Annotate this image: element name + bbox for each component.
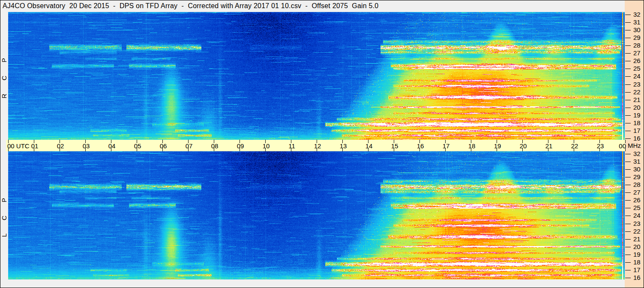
hour-label: 06: [159, 142, 168, 150]
freq-tick: [625, 255, 631, 255]
freq-tick: [625, 123, 631, 123]
freq-tick: [625, 224, 631, 224]
hour-label: 10: [261, 142, 271, 150]
freq-tick: [625, 22, 631, 23]
freq-label: 19: [633, 251, 641, 258]
freq-label: 22: [633, 88, 641, 96]
hour-label: 15: [390, 142, 399, 150]
hour-label: 03: [81, 142, 91, 150]
freq-tick: [625, 69, 631, 69]
spectrogram-lcp: [8, 151, 625, 279]
freq-label: 19: [633, 111, 641, 119]
freq-label: 31: [633, 18, 641, 26]
freq-tick: [625, 185, 631, 185]
freq-tick: [625, 138, 631, 139]
freq-label: 32: [633, 11, 641, 18]
hour-label: 00 UTC: [7, 142, 30, 150]
freq-label: 20: [633, 243, 641, 250]
freq-tick: [625, 76, 631, 77]
hour-label: 01: [30, 142, 39, 150]
freq-tick: [625, 15, 631, 15]
hour-label: 05: [133, 142, 142, 150]
title-bar: AJ4CO Observatory 20 Dec 2015 - DPS on T…: [0, 0, 625, 12]
hour-label: 04: [107, 142, 117, 150]
freq-label: 28: [633, 42, 641, 49]
freq-unit-label: MHz: [628, 142, 641, 149]
spectrogram-window: AJ4CO Observatory 20 Dec 2015 - DPS on T…: [0, 0, 644, 288]
freq-label: 26: [633, 196, 641, 204]
freq-tick: [625, 108, 631, 108]
freq-tick: [625, 84, 631, 85]
freq-tick: [625, 92, 631, 93]
hour-label: 23: [596, 142, 605, 150]
hour-label: 08: [210, 142, 219, 150]
hour-label: 21: [544, 142, 554, 150]
freq-label: 27: [633, 189, 641, 196]
freq-tick: [625, 231, 631, 232]
freq-tick: [625, 162, 631, 162]
freq-tick: [625, 208, 631, 208]
freq-label: 30: [633, 26, 641, 33]
freq-label: 25: [633, 204, 641, 211]
hour-label: 22: [570, 142, 579, 150]
freq-tick: [625, 177, 631, 177]
hour-label: 20: [518, 142, 528, 150]
page-title: AJ4CO Observatory 20 Dec 2015 - DPS on T…: [3, 2, 378, 10]
freq-label: 24: [633, 72, 641, 80]
freq-label: 31: [633, 158, 641, 165]
freq-label: 26: [633, 57, 641, 64]
freq-label: 30: [633, 165, 641, 173]
freq-tick: [625, 169, 631, 170]
freq-tick: [625, 216, 631, 216]
freq-tick: [625, 100, 631, 100]
hour-label: 19: [493, 142, 502, 150]
freq-tick: [625, 53, 631, 54]
freq-label: 29: [633, 34, 641, 41]
freq-label: 17: [633, 127, 641, 134]
freq-label: 24: [633, 212, 641, 219]
hour-label: 18: [467, 142, 476, 150]
spectrogram-rcp: [8, 12, 625, 140]
freq-label: 25: [633, 65, 641, 72]
freq-label: 21: [633, 235, 641, 243]
freq-label: 23: [633, 81, 641, 88]
freq-tick: [625, 38, 631, 38]
hour-label: 00: [616, 142, 626, 150]
freq-label: 22: [633, 228, 641, 235]
hour-label: 13: [338, 142, 348, 150]
hour-label: 17: [441, 142, 451, 150]
freq-label: 16: [633, 135, 641, 142]
freq-tick: [625, 200, 631, 201]
freq-label: 27: [633, 49, 641, 57]
freq-label: 28: [633, 181, 641, 188]
hour-label: 07: [184, 142, 194, 150]
freq-label: 20: [633, 104, 641, 111]
freq-label: 32: [633, 150, 641, 157]
hour-label: 12: [313, 142, 322, 150]
hour-label: 02: [56, 142, 65, 150]
freq-tick: [625, 115, 631, 116]
hour-label: 16: [416, 142, 425, 150]
freq-label: 21: [633, 96, 641, 103]
freq-tick: [625, 247, 631, 247]
freq-tick: [625, 154, 631, 154]
freq-tick: [625, 61, 631, 61]
time-axis-band: 00 UTC0102030405060708091011121314151617…: [6, 140, 625, 151]
freq-tick: [625, 192, 631, 193]
hour-label: 14: [364, 142, 374, 150]
freq-tick: [625, 45, 631, 46]
polarization-label-lcp: L C P: [0, 185, 8, 245]
freq-tick: [625, 278, 631, 278]
hour-label: 11: [287, 142, 297, 150]
freq-tick: [625, 262, 631, 263]
hour-label: 09: [236, 142, 245, 150]
freq-label: 23: [633, 220, 641, 227]
freq-label: 17: [633, 266, 641, 273]
freq-label: 18: [633, 119, 641, 126]
freq-label: 16: [633, 274, 641, 281]
freq-label: 29: [633, 173, 641, 180]
freq-tick: [625, 270, 631, 270]
freq-label: 18: [633, 258, 641, 266]
freq-tick: [625, 239, 631, 240]
freq-tick: [625, 30, 631, 30]
